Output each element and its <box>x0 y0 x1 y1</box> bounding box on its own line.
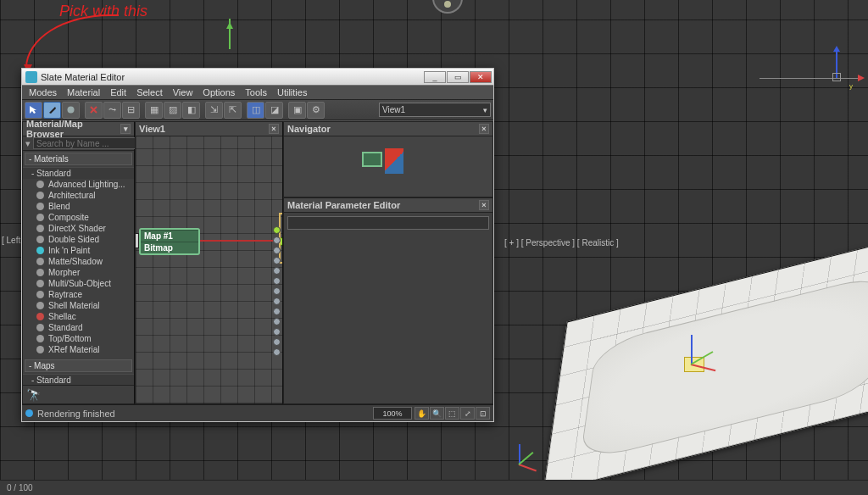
material-item[interactable]: Standard <box>23 322 134 333</box>
menu-modes[interactable]: Modes <box>24 87 62 97</box>
input-port[interactable] <box>273 298 281 305</box>
node-canvas[interactable]: Map #1 Bitmap <box>136 136 282 403</box>
slate-material-editor-window[interactable]: Slate Material Editor _ ▭ ✕ Modes Materi… <box>21 68 494 422</box>
section-maps[interactable]: - Maps <box>25 359 132 372</box>
tool-pick-material-from-object[interactable] <box>43 102 61 119</box>
input-port[interactable] <box>273 267 281 275</box>
status-indicator-icon <box>25 409 33 417</box>
input-port[interactable] <box>273 277 281 285</box>
browser-tree[interactable]: - Materials - Standard Advanced Lighting… <box>23 151 134 385</box>
input-port[interactable] <box>273 318 281 325</box>
titlebar[interactable]: Slate Material Editor _ ▭ ✕ <box>22 69 493 86</box>
view-title: View1 <box>139 124 165 134</box>
tool-layout-children[interactable]: ⇱ <box>224 102 242 119</box>
tool-material-id[interactable]: ◫ <box>247 102 264 119</box>
parameter-name-field[interactable] <box>287 216 489 230</box>
input-port[interactable] <box>273 338 281 346</box>
tool-hide-unused[interactable]: ⊟ <box>122 102 140 119</box>
view-panel: View1× Map #1 Bitmap <box>135 121 283 404</box>
frame-counter: 0 / 100 <box>7 483 33 492</box>
tool-move-children[interactable]: ⤳ <box>103 102 121 119</box>
tool-render-preview[interactable]: ▣ <box>288 102 306 119</box>
maximize-button[interactable]: ▭ <box>447 71 469 83</box>
material-item[interactable]: XRef Material <box>23 344 134 355</box>
node-thumbnail <box>136 233 139 248</box>
input-port[interactable] <box>273 236 281 244</box>
bitmap-node[interactable]: Map #1 Bitmap <box>139 228 200 255</box>
menu-tools[interactable]: Tools <box>240 87 272 97</box>
material-item[interactable]: Composite <box>23 212 134 223</box>
material-item[interactable]: DirectX Shader <box>23 223 134 234</box>
material-item[interactable]: Multi/Sub-Object <box>23 278 134 289</box>
tool-show-map[interactable]: ▦ <box>145 102 163 119</box>
handwritten-annotation: Pick with this <box>59 3 147 20</box>
main-status-bar: 0 / 100 <box>0 480 868 495</box>
menu-select[interactable]: Select <box>131 87 168 97</box>
input-port[interactable] <box>273 247 281 254</box>
tool-delete[interactable] <box>85 102 103 119</box>
pan-hand-button[interactable]: ✋ <box>415 407 429 420</box>
axis-tripod-perspective <box>519 464 520 465</box>
material-item[interactable]: Blend <box>23 201 134 212</box>
tool-layout-all[interactable]: ⇲ <box>205 102 223 119</box>
tool-options[interactable]: ⚙ <box>307 102 325 119</box>
menu-edit[interactable]: Edit <box>105 87 131 97</box>
material-item[interactable]: Ink 'n Paint <box>23 245 134 256</box>
pan-to-selected-button[interactable]: ⊡ <box>476 407 490 420</box>
parameter-editor-title: Material Parameter Editor <box>287 200 400 210</box>
zoom-spinner[interactable]: 100% <box>373 407 412 420</box>
input-port[interactable] <box>273 328 281 336</box>
zoom-region-button[interactable]: ⬚ <box>445 407 459 420</box>
material-item[interactable]: Matte/Shadow <box>23 256 134 267</box>
node-wire[interactable] <box>200 240 282 242</box>
input-port[interactable] <box>273 308 281 315</box>
window-title: Slate Material Editor <box>41 72 125 82</box>
menu-utilities[interactable]: Utilities <box>272 87 312 97</box>
material-item[interactable]: Shellac <box>23 311 134 322</box>
navigator-minimap[interactable] <box>284 136 492 197</box>
material-item[interactable]: Double Sided <box>23 234 134 245</box>
material-item[interactable]: Morpher <box>23 267 134 278</box>
tool-select-arrow[interactable] <box>25 102 42 119</box>
subsection-standard[interactable]: - Standard <box>23 167 134 179</box>
view-close-button[interactable]: × <box>269 124 279 134</box>
menubar: Modes Material Edit Select View Options … <box>22 86 493 100</box>
section-materials[interactable]: - Materials <box>25 153 132 165</box>
material-item[interactable]: Raytrace <box>23 289 134 300</box>
statusbar: Rendering finished 100% ✋ 🔍 ⬚ ⤢ ⊡ <box>22 404 493 421</box>
material-item[interactable]: Top/Bottom <box>23 333 134 344</box>
binoculars-icon[interactable]: 🔭 <box>26 388 41 402</box>
input-port[interactable] <box>273 348 281 356</box>
material-item[interactable]: Architectural <box>23 190 134 201</box>
close-button[interactable]: ✕ <box>470 71 492 83</box>
tool-show-background[interactable]: ▨ <box>164 102 181 119</box>
subsection-maps-standard[interactable]: - Standard <box>23 374 134 385</box>
menu-view[interactable]: View <box>168 87 198 97</box>
toolbar: ⤳ ⊟ ▦ ▨ ◧ ⇲ ⇱ ◫ ◪ ▣ ⚙ View1 ▾ <box>22 100 493 120</box>
node-title: Map #1 <box>141 230 198 242</box>
search-input[interactable] <box>33 137 147 149</box>
tool-assign-material[interactable] <box>62 102 80 119</box>
material-item[interactable]: Shell Material <box>23 300 134 311</box>
browser-options-button[interactable]: ▾ <box>120 124 131 134</box>
param-close-button[interactable]: × <box>479 200 489 210</box>
menu-options[interactable]: Options <box>198 87 240 97</box>
tool-select-by-material[interactable]: ◪ <box>265 102 283 119</box>
zoom-extents-button[interactable]: ⤢ <box>460 407 475 420</box>
view-tab-label: View1 <box>382 105 405 114</box>
input-port[interactable] <box>273 287 281 295</box>
menu-material[interactable]: Material <box>62 87 105 97</box>
target-input-ports <box>273 226 281 356</box>
viewport-perspective-label: [ + ] [ Perspective ] [ Realistic ] <box>504 238 619 248</box>
search-expand-icon[interactable]: ▾ <box>25 138 31 149</box>
zoom-tool-button[interactable]: 🔍 <box>430 407 444 420</box>
input-port[interactable] <box>273 257 281 264</box>
svg-point-0 <box>68 107 75 114</box>
material-item[interactable]: Advanced Lighting... <box>23 179 134 190</box>
navigator-close-button[interactable]: × <box>479 124 489 134</box>
tool-show-end-result[interactable]: ◧ <box>182 102 200 119</box>
material-map-browser: Material/Map Browser ▾ ▾ - Materials - S… <box>22 121 135 404</box>
input-port-connected[interactable] <box>273 226 281 234</box>
view-tab-select[interactable]: View1 ▾ <box>379 103 491 117</box>
minimize-button[interactable]: _ <box>424 71 446 83</box>
